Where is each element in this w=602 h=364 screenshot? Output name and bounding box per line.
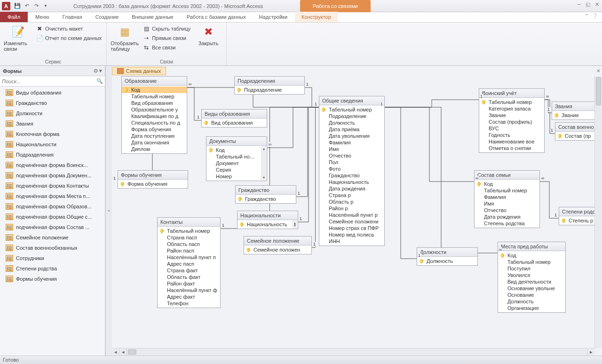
field[interactable]: Степень р	[559, 217, 594, 224]
tab-home[interactable]: Главная	[56, 12, 89, 22]
field[interactable]: Адрес факт	[158, 293, 220, 300]
field[interactable]: Категория запаса	[479, 105, 544, 112]
nav-item[interactable]: Формы обучения	[0, 274, 105, 284]
close-document-icon[interactable]: ×	[596, 67, 600, 74]
field[interactable]: Табельный номер	[158, 228, 220, 234]
table-header[interactable]: Семейное положение	[244, 237, 311, 245]
table-vid[interactable]: Виды образованияВид образования	[201, 109, 267, 127]
table-sv[interactable]: Состав военноСостав (пр	[555, 122, 594, 141]
nav-item[interactable]: подчинённая форма Докумен...	[0, 170, 105, 181]
field[interactable]: Страна р	[319, 192, 384, 198]
save-icon[interactable]: 💾	[13, 2, 22, 10]
field[interactable]: Гражданство	[236, 196, 296, 202]
field[interactable]: Пол	[319, 159, 384, 166]
table-header[interactable]: Состав военно	[555, 123, 594, 132]
field[interactable]: Дата увольнения	[319, 133, 384, 139]
horizontal-scrollbar[interactable]: ◂ ◂ ▸	[112, 348, 594, 356]
table-header[interactable]: Документы	[206, 137, 267, 146]
field[interactable]: Фото	[319, 166, 384, 172]
table-voin[interactable]: Воинский учётТабельный номерКатегория за…	[479, 88, 545, 153]
field[interactable]: Имя	[319, 146, 384, 152]
field[interactable]: Наименование вое	[479, 138, 544, 145]
table-obr[interactable]: ОбразованиеКодТабельный номерВид образов…	[121, 76, 187, 154]
field[interactable]: Должность	[319, 119, 384, 126]
field[interactable]: Табельный номер	[122, 93, 187, 100]
nav-item[interactable]: Кнопочная форма	[0, 129, 105, 139]
scroll-left-icon[interactable]: ◂	[112, 348, 119, 356]
nav-collapse-button[interactable]: «	[105, 66, 112, 356]
field[interactable]: Национальность	[238, 221, 292, 228]
field[interactable]: Семейное положени	[319, 218, 384, 225]
table-step[interactable]: Степени родстСтепень р	[559, 207, 594, 225]
field[interactable]: Основание увольне	[498, 285, 565, 292]
table-sem[interactable]: Семейное положениеСемейное положен	[244, 236, 312, 254]
field[interactable]: Дата рождения	[475, 214, 539, 220]
redo-icon[interactable]: ↷	[32, 2, 40, 10]
table-header[interactable]: Места пред работы	[498, 242, 565, 251]
field[interactable]: Область пасп	[158, 241, 220, 247]
field[interactable]: Подразделение	[235, 87, 304, 93]
field[interactable]: Специальность по д	[122, 119, 187, 126]
field[interactable]: Подразделение	[319, 113, 384, 119]
field[interactable]: Звание	[479, 112, 544, 119]
field[interactable]: Табельный номер	[479, 99, 544, 105]
field[interactable]: Поступил	[498, 265, 565, 272]
field[interactable]: Образовательное у	[122, 106, 187, 113]
field[interactable]: Уволился	[498, 272, 565, 278]
table-header[interactable]: Формы обучения	[118, 171, 188, 180]
table-zvan[interactable]: ЗванияЗвание	[552, 102, 594, 120]
direct-relations-button[interactable]: ⇢Прямые связи	[142, 34, 191, 42]
field[interactable]: Номер страх св ПФР	[319, 225, 384, 231]
field[interactable]: Организация	[498, 305, 565, 311]
show-table-button[interactable]: ▦Отобразить таблицу	[111, 24, 139, 52]
nav-item[interactable]: Степени родства	[0, 263, 105, 274]
field[interactable]: Область р	[319, 198, 384, 205]
field[interactable]: Дата приёма	[319, 126, 384, 133]
close-icon[interactable]: ✕	[595, 1, 599, 8]
tab-menu[interactable]: Меню	[29, 12, 56, 22]
table-header[interactable]: Воинский учёт	[479, 89, 544, 98]
nav-item[interactable]: подчинённая форма Контакты	[0, 181, 105, 191]
field[interactable]: Табельный номер	[206, 153, 261, 160]
nav-item[interactable]: подчинённая форма Воинск...	[0, 160, 105, 170]
nav-item[interactable]: подчинённая форма Образов...	[0, 201, 105, 212]
tab-create[interactable]: Создание	[89, 12, 126, 22]
all-relations-button[interactable]: ⇆Все связи	[142, 43, 191, 52]
search-input[interactable]	[2, 79, 96, 84]
field[interactable]: Вид образования	[202, 119, 267, 126]
hide-table-button[interactable]: ▤Скрыть таблицу	[142, 24, 191, 33]
table-doc[interactable]: ДокументыКодТабельный номерДокументСерия…	[206, 136, 267, 181]
field[interactable]: Код	[206, 147, 261, 153]
tab-addins[interactable]: Надстройки	[253, 12, 294, 22]
nav-search[interactable]: 🔍	[0, 76, 105, 87]
field[interactable]: Годность	[479, 132, 544, 138]
nav-item[interactable]: Виды образования	[0, 87, 105, 98]
edit-relationships-button[interactable]: 📝Изменить связи	[4, 24, 32, 52]
table-header[interactable]: Контакты	[158, 218, 220, 227]
relationships-canvas[interactable]: ОбразованиеКодТабельный номерВид образов…	[112, 76, 594, 348]
app-icon[interactable]: A	[2, 2, 10, 10]
nav-item[interactable]: Семейное положение	[0, 232, 105, 243]
field[interactable]: Фамилия	[475, 194, 539, 200]
table-scrollbar[interactable]: ▴▾	[261, 146, 266, 180]
field[interactable]: Должность	[498, 298, 565, 305]
table-grazh[interactable]: ГражданствоГражданство	[235, 185, 296, 204]
field[interactable]: Вид образования	[122, 100, 187, 106]
field[interactable]: Код	[122, 87, 187, 93]
field[interactable]: Номер мед полиса	[319, 231, 384, 238]
field[interactable]: Табельный номер	[498, 259, 565, 265]
field[interactable]: Табельный номер	[319, 106, 384, 113]
scroll-left2-icon[interactable]: ◂	[119, 348, 127, 356]
nav-item[interactable]: Сотрудники	[0, 253, 105, 263]
document-tab[interactable]: Схема данных	[112, 66, 166, 76]
nav-header[interactable]: Формы ⊙ ▾	[0, 66, 105, 76]
field[interactable]: Населённый пункт ф	[158, 287, 220, 293]
field[interactable]: Населённый пункт п	[158, 254, 220, 261]
field[interactable]: Звание	[552, 112, 594, 119]
field[interactable]: Номер	[206, 173, 261, 180]
table-dolzh[interactable]: ДолжностиДолжность	[417, 247, 478, 266]
help-icon[interactable]: ❔	[592, 13, 598, 19]
table-formob[interactable]: Формы обученияФорма обучения	[118, 170, 188, 189]
field[interactable]: Дата рождения	[319, 185, 384, 192]
field[interactable]: Табельный номер	[475, 187, 539, 194]
